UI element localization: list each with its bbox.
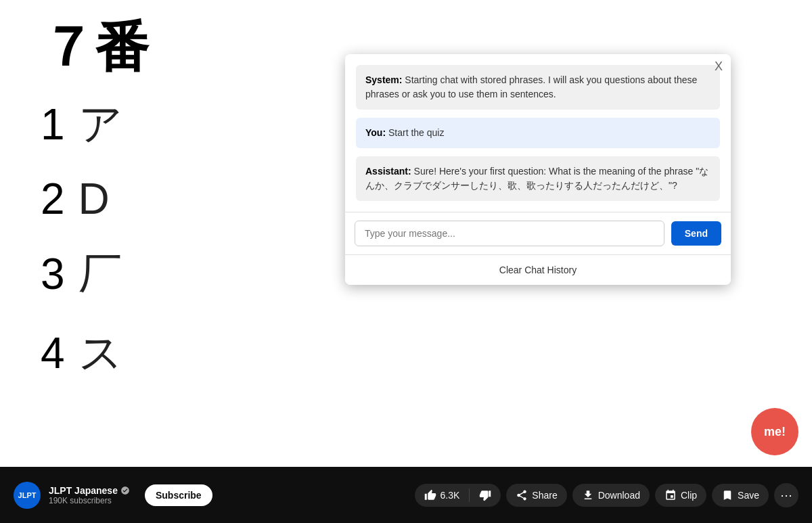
choice-text-2: D — [78, 174, 110, 224]
more-options-button[interactable]: ⋯ — [774, 483, 798, 507]
save-icon — [721, 489, 734, 501]
me-bubble-label: me! — [764, 425, 786, 439]
chat-send-button[interactable]: Send — [671, 221, 721, 246]
chat-close-button[interactable]: X — [715, 60, 723, 74]
chat-messages: System: Starting chat with stored phrase… — [345, 54, 731, 212]
assistant-label: Assistant: — [365, 166, 411, 177]
channel-name: JLPT Japanese — [49, 485, 130, 496]
share-button[interactable]: Share — [506, 484, 566, 507]
clip-button[interactable]: Clip — [655, 484, 706, 507]
choice-num-1: 1 — [41, 99, 65, 150]
system-label: System: — [365, 74, 402, 85]
clip-label: Clip — [681, 490, 697, 501]
me-bubble[interactable]: me! — [751, 408, 798, 455]
choice-text-4: ス — [78, 323, 123, 382]
choice-text-1: ア — [78, 95, 123, 154]
yt-actions: 6.3K Share Download Clip Save ⋯ — [415, 483, 798, 507]
like-dislike-group: 6.3K — [415, 484, 501, 507]
video-content: ７番 1 ア 2 D 3 厂 4 ス — [41, 20, 149, 382]
choice-item-1: 1 ア — [41, 95, 149, 154]
chat-input-area: Send — [345, 212, 731, 254]
share-label: Share — [532, 490, 557, 501]
download-button[interactable]: Download — [572, 484, 650, 507]
choice-num-4: 4 — [41, 328, 65, 378]
choice-item-2: 2 D — [41, 174, 149, 224]
choice-text-3: 厂 — [78, 244, 122, 303]
verified-icon — [120, 486, 130, 495]
chat-message-system: System: Starting chat with stored phrase… — [356, 65, 720, 110]
avatar-text: JLPT — [18, 491, 37, 499]
thumbs-down-icon — [479, 489, 491, 501]
user-text: Start the quiz — [388, 127, 445, 138]
choice-num-2: 2 — [41, 174, 65, 224]
channel-text: JLPT Japanese 190K subscribers — [49, 485, 130, 505]
more-dots-icon: ⋯ — [780, 488, 792, 503]
chat-message-assistant: Assistant: Sure! Here's your first quest… — [356, 156, 720, 201]
like-count: 6.3K — [441, 490, 460, 501]
thumbs-up-icon — [424, 489, 436, 501]
choice-item-4: 4 ス — [41, 323, 149, 382]
choice-num-3: 3 — [41, 249, 65, 299]
share-icon — [516, 489, 528, 501]
assistant-text: Sure! Here's your first question: What i… — [365, 166, 708, 191]
chat-overlay: X System: Starting chat with stored phra… — [345, 54, 731, 285]
channel-info: JLPT JLPT Japanese 190K subscribers Subs… — [14, 482, 212, 509]
user-label: You: — [365, 127, 386, 138]
chat-message-user: You: Start the quiz — [356, 118, 720, 148]
subscribe-button[interactable]: Subscribe — [145, 484, 212, 506]
save-button[interactable]: Save — [712, 484, 769, 507]
like-button[interactable]: 6.3K — [415, 484, 470, 507]
download-label: Download — [598, 490, 640, 501]
channel-avatar: JLPT — [14, 482, 41, 509]
download-icon — [582, 489, 594, 501]
save-label: Save — [738, 490, 759, 501]
youtube-bar: JLPT JLPT Japanese 190K subscribers Subs… — [0, 467, 812, 523]
clip-icon — [664, 489, 677, 501]
system-text: Starting chat with stored phrases. I wil… — [365, 74, 697, 99]
choice-item-3: 3 厂 — [41, 244, 149, 303]
dislike-button[interactable] — [470, 484, 501, 507]
chat-input[interactable] — [355, 221, 664, 246]
chat-clear-button[interactable]: Clear Chat History — [345, 254, 731, 285]
channel-subscribers: 190K subscribers — [49, 496, 130, 505]
choices-list: 1 ア 2 D 3 厂 4 ス — [41, 95, 149, 382]
question-number: ７番 — [41, 20, 149, 74]
